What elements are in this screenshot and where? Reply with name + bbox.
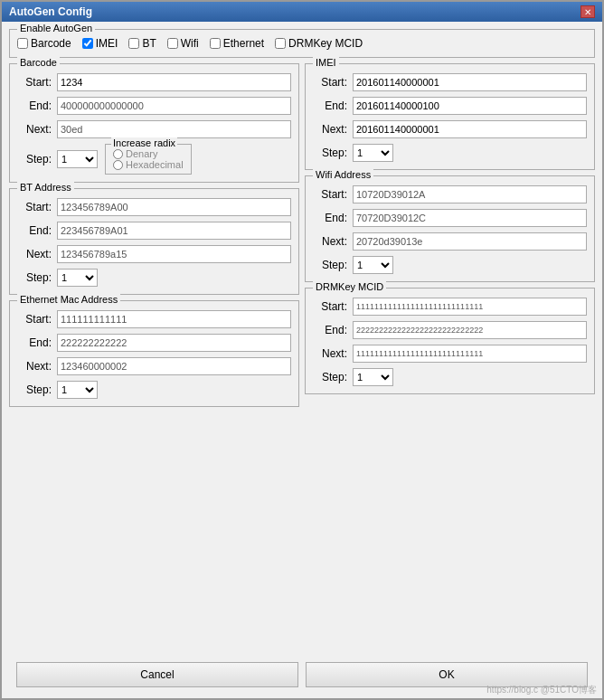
barcode-step-label: Step: — [17, 153, 52, 166]
checkbox-drmkey-input[interactable] — [275, 38, 286, 49]
ethernet-next-input[interactable] — [57, 357, 291, 375]
bt-start-label: Start: — [17, 201, 52, 213]
title-bar: AutoGen Config ✕ — [2, 2, 602, 22]
imei-end-input[interactable] — [353, 97, 587, 115]
checkbox-imei-label: IMEI — [96, 37, 118, 50]
denary-radio[interactable] — [113, 149, 123, 159]
right-column: IMEI Start: End: Next: Step: — [305, 63, 595, 653]
bt-end-label: End: — [17, 224, 52, 237]
barcode-title: Barcode — [17, 57, 60, 68]
checkbox-wifi[interactable]: Wifi — [167, 37, 199, 50]
drmkey-end-row: End: — [313, 321, 587, 339]
drmkey-next-label: Next: — [313, 347, 347, 360]
barcode-end-input[interactable] — [57, 97, 291, 115]
wifi-end-row: End: — [313, 209, 587, 227]
imei-section: IMEI Start: End: Next: Step: — [305, 63, 595, 170]
drmkey-end-input[interactable] — [353, 321, 587, 339]
barcode-start-input[interactable] — [57, 73, 291, 91]
drmkey-end-label: End: — [313, 324, 347, 336]
wifi-next-row: Next: — [313, 232, 587, 251]
checkbox-bt-input[interactable] — [128, 38, 139, 49]
wifi-start-label: Start: — [313, 188, 347, 201]
ethernet-end-input[interactable] — [57, 334, 291, 352]
drmkey-step-select[interactable]: 1 — [353, 368, 393, 386]
enable-autogen-group: Enable AutoGen Barcode IMEI BT Wifi — [9, 29, 595, 58]
imei-next-row: Next: — [313, 120, 587, 138]
imei-title: IMEI — [313, 57, 339, 68]
barcode-start-label: Start: — [17, 76, 52, 89]
imei-end-label: End: — [313, 99, 347, 112]
drmkey-next-row: Next: — [313, 345, 587, 363]
checkbox-drmkey[interactable]: DRMKey MCID — [275, 37, 363, 50]
drmkey-title: DRMKey MCID — [313, 281, 386, 292]
bt-step-label: Step: — [17, 271, 52, 284]
imei-next-input[interactable] — [353, 120, 587, 138]
wifi-next-label: Next: — [313, 235, 347, 248]
left-column: Barcode Start: End: Next: Step: — [9, 63, 299, 653]
denary-radio-item[interactable]: Denary — [113, 148, 184, 159]
ethernet-start-row: Start: — [17, 310, 291, 328]
checkbox-bt-label: BT — [142, 37, 156, 50]
checkbox-ethernet-input[interactable] — [210, 38, 221, 49]
watermark: https://blog.c @51CTO博客 — [486, 684, 597, 696]
checkbox-wifi-label: Wifi — [181, 37, 199, 50]
drmkey-section: DRMKey MCID Start: End: Next: Step: — [305, 288, 595, 394]
close-button[interactable]: ✕ — [580, 5, 595, 18]
ethernet-title: Ethernet Mac Address — [17, 294, 120, 305]
drmkey-start-row: Start: — [313, 298, 587, 316]
hexadecimal-radio[interactable] — [113, 160, 123, 170]
checkbox-bt[interactable]: BT — [128, 37, 156, 50]
drmkey-start-label: Start: — [313, 300, 347, 313]
imei-start-input[interactable] — [353, 73, 587, 91]
barcode-next-input[interactable] — [57, 120, 291, 138]
imei-step-select[interactable]: 1 — [353, 144, 393, 162]
checkbox-drmkey-label: DRMKey MCID — [288, 37, 363, 50]
ethernet-next-label: Next: — [17, 360, 52, 373]
window-title: AutoGen Config — [9, 5, 92, 18]
ethernet-step-row: Step: 1 — [17, 381, 291, 399]
drmkey-start-input[interactable] — [353, 298, 587, 316]
denary-label: Denary — [126, 148, 157, 159]
checkbox-ethernet[interactable]: Ethernet — [210, 37, 264, 50]
checkbox-imei[interactable]: IMEI — [82, 37, 118, 50]
bt-end-row: End: — [17, 222, 291, 240]
ethernet-section: Ethernet Mac Address Start: End: Next: — [9, 300, 299, 407]
wifi-start-input[interactable] — [353, 185, 587, 203]
bt-next-label: Next: — [17, 248, 52, 260]
imei-end-row: End: — [313, 97, 587, 115]
ethernet-step-select[interactable]: 1 — [57, 381, 98, 399]
ethernet-step-label: Step: — [17, 383, 52, 396]
cancel-button[interactable]: Cancel — [16, 662, 298, 687]
bt-start-row: Start: — [17, 198, 291, 216]
checkbox-barcode-input[interactable] — [17, 38, 28, 49]
enable-autogen-title: Enable AutoGen — [17, 23, 95, 33]
wifi-next-input[interactable] — [353, 232, 587, 251]
drmkey-next-input[interactable] — [353, 345, 587, 363]
wifi-step-label: Step: — [313, 259, 347, 271]
checkbox-imei-input[interactable] — [82, 38, 93, 49]
checkbox-barcode[interactable]: Barcode — [17, 37, 71, 50]
ethernet-end-label: End: — [17, 336, 52, 349]
barcode-end-row: End: — [17, 97, 291, 115]
hexadecimal-label: Hexadecimal — [126, 159, 184, 170]
barcode-step-select[interactable]: 1 — [57, 150, 98, 168]
bt-start-input[interactable] — [57, 198, 291, 216]
wifi-end-label: End: — [313, 212, 347, 224]
bt-step-row: Step: 1 — [17, 269, 291, 287]
content-area: Enable AutoGen Barcode IMEI BT Wifi — [2, 22, 602, 698]
barcode-section: Barcode Start: End: Next: Step: — [9, 63, 299, 183]
wifi-section: Wifi Address Start: End: Next: Step: — [305, 175, 595, 282]
bt-next-input[interactable] — [57, 245, 291, 263]
main-window: AutoGen Config ✕ Enable AutoGen Barcode … — [0, 0, 604, 700]
checkbox-wifi-input[interactable] — [167, 38, 178, 49]
wifi-step-row: Step: 1 — [313, 256, 587, 274]
bt-step-select[interactable]: 1 — [57, 269, 98, 287]
ethernet-start-input[interactable] — [57, 310, 291, 328]
bt-end-input[interactable] — [57, 222, 291, 240]
ethernet-start-label: Start: — [17, 313, 52, 326]
wifi-end-input[interactable] — [353, 209, 587, 227]
bt-section: BT Address Start: End: Next: Step: — [9, 188, 299, 295]
hexadecimal-radio-item[interactable]: Hexadecimal — [113, 159, 184, 170]
wifi-step-select[interactable]: 1 — [353, 256, 393, 274]
barcode-next-row: Next: — [17, 120, 291, 138]
